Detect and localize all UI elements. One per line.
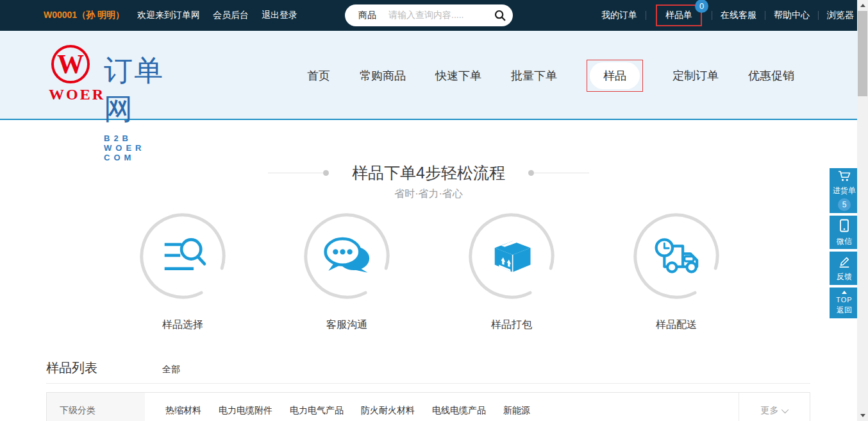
back-label: 返回 [837, 305, 852, 314]
logo-circle: W [51, 45, 90, 83]
nav-item-frequent-products[interactable]: 常购商品 [360, 68, 406, 83]
nav-item-quick-order[interactable]: 快速下单 [435, 68, 481, 83]
tab-all[interactable]: 全部 [162, 364, 180, 375]
topbar-right-group: 我的订单 样品单 0 在线客服 帮助中心 浏览器 [601, 0, 854, 31]
category-row: 热缩材料 电力电缆附件 电力电气产品 防火耐火材料 电线电缆产品 新能源 [145, 393, 530, 421]
wechat-button[interactable]: 微信 [830, 216, 859, 249]
process-title: 样品下单4步轻松流程 [352, 162, 505, 184]
user-id[interactable]: W00001（孙 明明） [44, 10, 124, 21]
sample-list-title: 样品列表 [46, 359, 97, 377]
online-service-link[interactable]: 在线客服 [721, 10, 756, 21]
chat-icon [320, 231, 374, 281]
step-ring [632, 212, 721, 300]
search-input[interactable]: 请输入查询内容..... [388, 10, 487, 21]
separator [818, 11, 819, 20]
nav-item-samples[interactable]: 样品 [590, 62, 640, 89]
step-ring [467, 212, 556, 300]
sample-order-label: 样品单 [665, 10, 692, 20]
search-bar[interactable]: 商品 请输入查询内容..... [345, 4, 513, 26]
site-header: W WOER 订单网 B2B WOER COM 首页 常购商品 快速下单 批量下… [0, 31, 857, 120]
floating-toolbar: 进货单 5 微信 反馈 TOP 返回 [830, 168, 859, 318]
woer-logo-icon: W WOER [49, 45, 92, 162]
welcome-text: 欢迎来到订单网 [137, 10, 200, 21]
logo[interactable]: W WOER 订单网 B2B WOER COM [49, 45, 177, 162]
vertical-scrollbar[interactable] [857, 0, 868, 421]
nav-item-custom-order[interactable]: 定制订单 [672, 68, 719, 83]
back-to-top-button[interactable]: TOP 返回 [830, 288, 859, 318]
search-category-label[interactable]: 商品 [358, 10, 376, 21]
feedback-button[interactable]: 反馈 [830, 252, 859, 285]
scroll-up-arrow[interactable] [857, 0, 868, 11]
step-label: 样品配送 [612, 318, 740, 332]
topbar-left-group: W00001（孙 明明） 欢迎来到订单网 会员后台 退出登录 [44, 0, 297, 31]
chevron-down-icon [781, 406, 788, 413]
pencil-icon [838, 255, 851, 270]
site-title-block: 订单网 B2B WOER COM [104, 45, 177, 162]
cart-label: 进货单 [833, 186, 856, 195]
separator [712, 11, 712, 20]
top-label: TOP [836, 296, 852, 304]
category-heat-shrink[interactable]: 热缩材料 [165, 405, 201, 417]
wechat-label: 微信 [837, 237, 852, 246]
main-nav: 首页 常购商品 快速下单 批量下单 样品 定制订单 优惠促销 [307, 31, 794, 120]
category-fireproof-materials[interactable]: 防火耐火材料 [361, 405, 415, 417]
search-icon[interactable] [487, 4, 513, 26]
browser-link[interactable]: 浏览器 [827, 10, 854, 21]
category-filter-panel: 下级分类 热缩材料 电力电缆附件 电力电气产品 防火耐火材料 电线电缆产品 新能… [46, 392, 810, 421]
decorative-dot [528, 170, 534, 176]
process-step-delivery: 样品配送 [612, 212, 740, 332]
search-list-icon [158, 234, 207, 279]
more-label: 更多 [761, 405, 779, 417]
logo-brand-text: WOER [49, 86, 92, 103]
nav-item-home[interactable]: 首页 [307, 68, 330, 83]
filter-label: 下级分类 [47, 393, 145, 421]
process-subtitle: 省时·省力·省心 [0, 187, 857, 201]
nav-item-promotions[interactable]: 优惠促销 [748, 68, 794, 83]
process-title-row: 样品下单4步轻松流程 [0, 162, 857, 184]
process-step-packing: 样品打包 [447, 212, 576, 332]
logout-link[interactable]: 退出登录 [262, 10, 297, 21]
step-ring [138, 212, 227, 300]
nav-item-bulk-order[interactable]: 批量下单 [511, 68, 557, 83]
phone-icon [839, 219, 850, 235]
top-bar: W00001（孙 明明） 欢迎来到订单网 会员后台 退出登录 商品 请输入查询内… [0, 0, 857, 31]
decorative-line [268, 173, 323, 173]
divider [46, 383, 810, 384]
sample-order-badge: 0 [695, 0, 708, 13]
logo-letter: W [57, 51, 84, 78]
page: W00001（孙 明明） 欢迎来到订单网 会员后台 退出登录 商品 请输入查询内… [0, 0, 868, 421]
step-ring [303, 212, 391, 300]
package-icon [485, 231, 538, 281]
category-electric-products[interactable]: 电力电气产品 [290, 405, 344, 417]
cart-badge: 5 [838, 198, 851, 211]
more-button[interactable]: 更多 [739, 393, 810, 421]
purchase-list-button[interactable]: 进货单 5 [830, 168, 859, 213]
category-new-energy[interactable]: 新能源 [503, 405, 530, 417]
site-name: 订单网 [104, 51, 177, 128]
step-label: 客服沟通 [283, 318, 411, 332]
feedback-label: 反馈 [837, 272, 852, 281]
decorative-line [534, 173, 589, 173]
scrollbar-thumb[interactable] [858, 11, 867, 96]
arrow-up-icon [842, 291, 847, 294]
help-center-link[interactable]: 帮助中心 [774, 10, 810, 21]
category-power-cable-accessories[interactable]: 电力电缆附件 [219, 405, 272, 417]
scroll-down-arrow[interactable] [857, 410, 868, 421]
separator [646, 11, 646, 20]
category-wire-cable-products[interactable]: 电线电缆产品 [432, 405, 486, 417]
separator [765, 11, 765, 20]
decorative-dot [323, 170, 329, 176]
site-tagline: B2B WOER COM [104, 133, 177, 162]
process-step-service: 客服沟通 [283, 212, 411, 332]
process-step-select: 样品选择 [119, 212, 247, 332]
my-orders-link[interactable]: 我的订单 [601, 10, 637, 21]
member-center-link[interactable]: 会员后台 [213, 10, 249, 21]
step-label: 样品选择 [119, 318, 247, 332]
delivery-truck-icon [648, 232, 705, 280]
sample-order-link[interactable]: 样品单 0 [656, 4, 702, 26]
step-label: 样品打包 [447, 318, 576, 332]
cart-icon [837, 170, 851, 184]
nav-item-samples-highlight: 样品 [587, 60, 643, 92]
